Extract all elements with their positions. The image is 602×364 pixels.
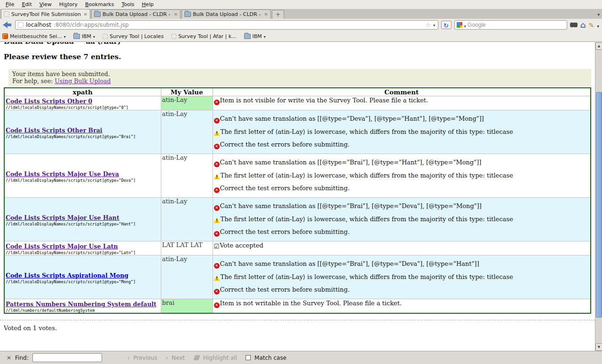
scrollbar-thumb[interactable] [596,92,602,318]
bookmark-label: Survey Tool | Locales [110,33,164,39]
folder-icon [244,34,251,39]
xpath-path: //ldml/localeDisplayNames/scripts/script… [6,105,160,110]
home-icon[interactable] [580,21,586,30]
url-path: :8080/cldr-apps/submit.jsp [54,22,129,28]
comment-cell: Can't have same translation as [[@type="… [213,198,591,241]
comment-cell: Can't have same translation as [[@type="… [213,110,591,154]
tab-title: SurveyTool File Submission | ... [11,11,82,17]
notice-help-prefix: For help, see: [12,77,55,85]
warning-icon [214,130,220,136]
search-box[interactable] [454,20,567,30]
menu-tools[interactable]: Tools [118,0,138,9]
review-table: xpathMy ValueComment Code Lists Scripts … [4,87,591,314]
table-row: Code Lists Scripts Aspirational Mong//ld… [4,256,591,299]
chevron-down-icon [264,33,266,39]
comment-cell: Item is not writable in the Survey Tool.… [213,299,591,314]
search-engine-dropdown-icon[interactable] [464,21,467,30]
tab-2[interactable]: Bulk Data Upload - CLDR - Un... [91,9,181,19]
clipped-heading: Bulk Data Upload — aa (Afar) [4,42,595,46]
menu-history[interactable]: History [55,0,81,9]
xpath-link[interactable]: Code Lists Scripts Other 0 [6,98,92,105]
comment-line: Item is not visible for write via the Su… [214,96,590,105]
bookmark-star-icon[interactable] [425,22,431,29]
find-input[interactable] [32,353,102,362]
find-close-icon[interactable] [7,355,11,361]
menu-edit[interactable]: Edit [18,0,35,9]
scroll-down-icon[interactable]: ▼ [595,343,602,351]
highlight-all-button[interactable]: Highlight all [203,355,237,361]
menu-file[interactable]: File [2,0,18,9]
bookmark-label: IBM [253,33,262,39]
menu-help[interactable]: Help [138,0,158,9]
comment-line: The first letter of ⟨atin-Lay⟩ is lowerc… [214,128,590,136]
new-tab-button[interactable]: + [272,10,284,19]
back-button[interactable] [3,22,12,28]
warning-icon [214,275,220,281]
comment-text: Item is not writable in the Survey Tool.… [220,300,402,307]
page-favicon [18,22,24,28]
tab-1[interactable]: SurveyTool File Submission | ... [1,9,90,19]
comment-text: Vote accepted [220,242,263,249]
xpath-link[interactable]: Code Lists Scripts Major Use Deva [6,170,119,178]
xpath-link[interactable]: Code Lists Scripts Major Use Latn [6,243,118,250]
bookmark-label: IBM [82,33,91,39]
bookmark-label: Meistbesuchte Sei... [10,33,62,39]
xpath-link[interactable]: Patterns Numbers Numbering System defaul… [6,301,157,308]
search-input[interactable] [467,22,564,28]
column-header-my-value: My Value [161,88,213,96]
navigation-toolbar: localhost :8080/cldr-apps/submit.jsp [0,19,602,31]
comment-text: The first letter of ⟨atin-Lay⟩ is lowerc… [221,216,513,223]
table-row: Code Lists Scripts Major Use Latn//ldml/… [4,241,591,256]
my-value-cell: atin-Lay [161,256,213,299]
vertical-scrollbar[interactable]: ▲ ▼ [595,42,602,351]
comment-text: Can't have same translation as [[@type="… [220,202,482,209]
xpath-link[interactable]: Code Lists Scripts Aspirational Mong [6,272,128,279]
page-title: Please review these 7 entries. [4,53,595,61]
reload-button[interactable] [441,21,452,29]
tab-close-icon[interactable] [264,11,268,17]
scroll-up-icon[interactable]: ▲ [595,42,602,50]
check-icon [214,244,220,249]
menu-bookmarks[interactable]: Bookmarks [81,0,118,9]
error-icon [214,162,220,167]
xpath-link[interactable]: Code Lists Scripts Major Use Hant [6,214,119,221]
tab-favicon-placeholder [4,11,9,17]
bookmark-item-5[interactable]: IBM [244,33,266,39]
comment-line: Correct the test errors before submittin… [214,228,590,237]
xpath-link[interactable]: Code Lists Scripts Other Brai [6,127,103,134]
error-icon [214,302,220,308]
feed-icon[interactable] [589,21,594,30]
tab-bar: SurveyTool File Submission | ...Bulk Dat… [0,9,602,19]
match-case-checkbox[interactable] [246,355,251,360]
binoculars-icon[interactable] [570,23,578,27]
tab-close-icon[interactable] [174,11,178,17]
comment-text: Can't have same translation as [[@type="… [220,260,479,267]
toolbar-overflow-chevron-icon[interactable] [597,21,599,30]
comment-line: Can't have same translation as [[@type="… [214,115,590,124]
error-icon [214,144,220,149]
find-previous-button[interactable]: Previous [134,355,158,361]
tab-close-icon[interactable] [84,11,87,17]
find-next-button[interactable]: Next [172,355,185,361]
my-value-cell: atin-Lay [161,198,213,241]
bookmark-item-1[interactable]: Meistbesuchte Sei... [2,33,66,39]
comment-text: The first letter of ⟨atin-Lay⟩ is lowerc… [221,128,513,135]
tab-favicon-page-icon [94,12,101,17]
bookmark-item-3[interactable]: Survey Tool | Locales [103,33,164,39]
tab-3[interactable]: Bulk Data Upload - CLDR - Un... [182,9,271,19]
bookmark-item-2[interactable]: IBM [73,33,95,39]
bookmark-item-4[interactable]: Survey Tool | Afar | k... [171,33,237,39]
comment-line: Item is not writable in the Survey Tool.… [214,299,590,308]
find-bar: Find: ‹ Previous › Next Highlight all Ma… [0,351,602,364]
grid-icon [2,33,8,39]
my-value-cell: atin-Lay [161,110,213,154]
url-bar[interactable]: localhost :8080/cldr-apps/submit.jsp [15,20,438,30]
dashed-icon [171,34,176,39]
comment-text: Correct the test errors before submittin… [220,185,350,192]
urlbar-dropdown-icon[interactable] [433,22,436,28]
error-icon [214,263,220,269]
menu-view[interactable]: View [36,0,55,9]
using-bulk-upload-link[interactable]: Using Bulk Upload [55,77,111,85]
tab-list-chevron-icon[interactable]: ▾ [597,12,600,17]
xpath-path: //ldml/numbers/defaultNumberingSystem [6,308,160,313]
